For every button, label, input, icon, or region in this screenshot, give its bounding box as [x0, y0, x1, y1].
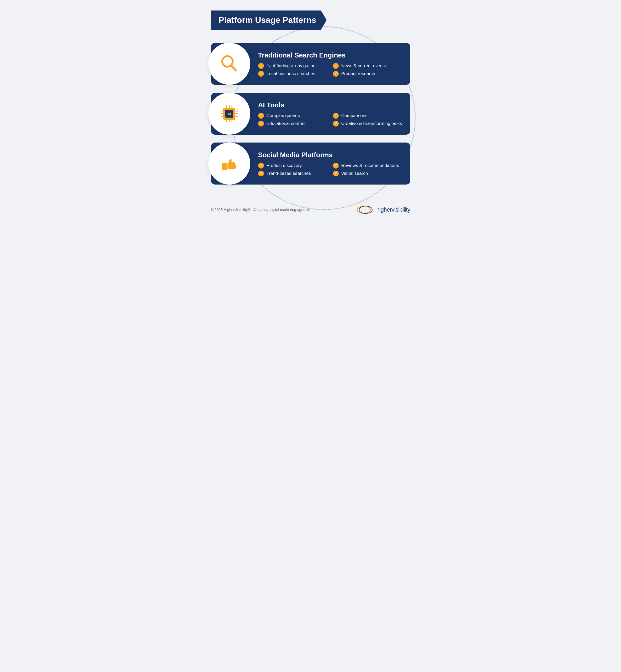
card-content-social: Social Media Platforms ✓ Product discove… [250, 144, 410, 184]
list-item: ✓ Educational content [258, 121, 328, 126]
list-item: ✓ Reviews & recommendations [333, 163, 403, 168]
card-title-social: Social Media Platforms [258, 151, 403, 159]
item-label: Trend-based searches [266, 171, 311, 176]
list-item: ✓ Visual search [333, 171, 403, 176]
card-title-search: Traditional Search Engines [258, 51, 403, 59]
check-icon: ✓ [258, 163, 264, 168]
list-item: ✓ Trend-based searches [258, 171, 328, 176]
page-title: Platform Usage Patterns [219, 15, 317, 25]
item-label: Fact-finding & navigation [266, 63, 316, 69]
item-label: Educational content [266, 121, 306, 126]
logo-container: highervisibility [357, 204, 410, 215]
card-items-ai: ✓ Complex queries ✓ Comparisons ✓ Educat… [258, 113, 403, 126]
card-traditional-search: Traditional Search Engines ✓ Fact-findin… [211, 43, 410, 85]
check-icon: ✓ [258, 71, 264, 77]
check-icon: ✓ [333, 163, 339, 168]
icon-circle-ai: AI [208, 93, 250, 135]
item-label: Creative & brainstorming tasks [341, 121, 402, 126]
item-label: Product discovery [266, 163, 302, 168]
icon-circle-search [208, 43, 250, 85]
item-label: Product research [341, 71, 375, 76]
check-icon: ✓ [258, 171, 264, 176]
list-item: ✓ Local business searches [258, 71, 328, 77]
check-icon: ✓ [258, 121, 264, 126]
item-label: News & current events [341, 63, 386, 69]
item-label: Local business searches [266, 71, 315, 76]
list-item: ✓ Comparisons [333, 113, 403, 119]
item-label: Visual search [341, 171, 368, 176]
title-banner: Platform Usage Patterns [211, 10, 327, 30]
list-item: ✓ Fact-finding & navigation [258, 63, 328, 69]
thumbs-up-icon [217, 152, 241, 175]
svg-line-1 [231, 66, 236, 70]
svg-text:AI: AI [227, 112, 231, 116]
footer: © 2025 HigherVisibility® · A leading dig… [211, 199, 410, 215]
list-item: ✓ News & current events [333, 63, 403, 69]
check-icon: ✓ [333, 113, 339, 119]
check-icon: ✓ [333, 121, 339, 126]
footer-copyright: © 2025 HigherVisibility® · A leading dig… [211, 208, 310, 212]
card-social-media: Social Media Platforms ✓ Product discove… [211, 143, 410, 185]
svg-rect-17 [222, 163, 227, 170]
item-label: Complex queries [266, 113, 300, 118]
ai-chip-icon: AI [217, 102, 241, 125]
cards-container: Traditional Search Engines ✓ Fact-findin… [211, 43, 410, 185]
list-item: ✓ Creative & brainstorming tasks [333, 121, 403, 126]
item-label: Reviews & recommendations [341, 163, 399, 168]
card-items-search: ✓ Fact-finding & navigation ✓ News & cur… [258, 63, 403, 77]
search-icon [217, 52, 241, 76]
page-container: Platform Usage Patterns Traditional Sear… [198, 0, 423, 226]
check-icon: ✓ [333, 63, 339, 69]
card-items-social: ✓ Product discovery ✓ Reviews & recommen… [258, 163, 403, 176]
logo-text: highervisibility [376, 206, 410, 213]
check-icon: ✓ [258, 113, 264, 119]
list-item: ✓ Product research [333, 71, 403, 77]
list-item: ✓ Product discovery [258, 163, 328, 168]
item-label: Comparisons [341, 113, 368, 118]
card-content-ai: AI Tools ✓ Complex queries ✓ Comparisons… [250, 94, 410, 134]
icon-circle-social [208, 143, 250, 185]
card-title-ai: AI Tools [258, 101, 403, 109]
list-item: ✓ Complex queries [258, 113, 328, 119]
check-icon: ✓ [333, 171, 339, 176]
check-icon: ✓ [258, 63, 264, 69]
card-ai-tools: AI [211, 93, 410, 135]
card-content-search: Traditional Search Engines ✓ Fact-findin… [250, 44, 410, 84]
check-icon: ✓ [333, 71, 339, 77]
logo-icon [357, 204, 375, 215]
